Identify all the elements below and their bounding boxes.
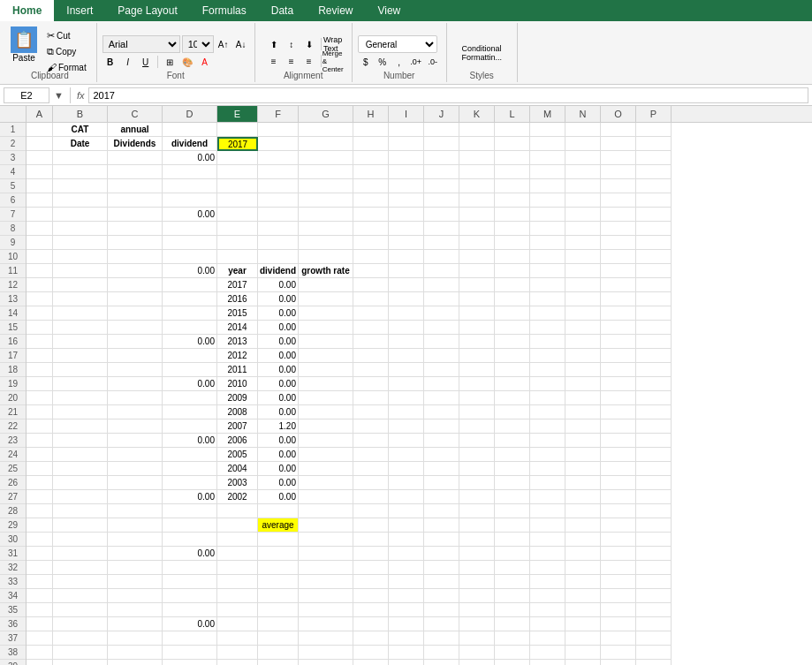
cell-O25[interactable] bbox=[601, 462, 636, 476]
cell-N35[interactable] bbox=[565, 603, 601, 617]
cell-E7[interactable] bbox=[217, 208, 258, 222]
cell-B17[interactable] bbox=[53, 349, 108, 363]
cell-J13[interactable] bbox=[424, 292, 459, 306]
cell-K4[interactable] bbox=[459, 165, 495, 179]
cell-J18[interactable] bbox=[424, 363, 459, 377]
row-num-12[interactable]: 12 bbox=[0, 278, 26, 292]
row-num-17[interactable]: 17 bbox=[0, 349, 26, 363]
cell-P23[interactable] bbox=[636, 434, 672, 448]
cell-P37[interactable] bbox=[636, 631, 672, 646]
cell-N23[interactable] bbox=[565, 434, 601, 448]
cell-D24[interactable] bbox=[163, 448, 217, 462]
cell-G17[interactable] bbox=[299, 349, 353, 363]
bold-button[interactable]: B bbox=[102, 54, 118, 70]
cell-N33[interactable] bbox=[565, 575, 601, 589]
cell-F10[interactable] bbox=[258, 250, 299, 264]
row-num-34[interactable]: 34 bbox=[0, 589, 26, 603]
cell-P20[interactable] bbox=[636, 391, 672, 405]
cell-J34[interactable] bbox=[424, 589, 459, 603]
cell-G39[interactable] bbox=[299, 660, 353, 665]
cell-M37[interactable] bbox=[530, 631, 565, 646]
cell-M34[interactable] bbox=[530, 589, 565, 603]
cell-L7[interactable] bbox=[495, 208, 530, 222]
cell-O1[interactable] bbox=[601, 123, 636, 137]
cell-E30[interactable] bbox=[217, 533, 258, 547]
row-num-24[interactable]: 24 bbox=[0, 448, 26, 462]
cell-name-box[interactable] bbox=[4, 87, 49, 103]
cell-J30[interactable] bbox=[424, 533, 459, 547]
cell-K21[interactable] bbox=[459, 405, 495, 419]
cell-B33[interactable] bbox=[53, 575, 108, 589]
cell-I11[interactable] bbox=[389, 264, 424, 278]
cell-I39[interactable] bbox=[389, 660, 424, 665]
cell-F8[interactable] bbox=[258, 222, 299, 236]
cell-A2[interactable] bbox=[27, 137, 53, 151]
cell-N18[interactable] bbox=[565, 363, 601, 377]
cell-J27[interactable] bbox=[424, 490, 459, 504]
cell-G22[interactable] bbox=[299, 419, 353, 434]
cell-I17[interactable] bbox=[389, 349, 424, 363]
cell-K36[interactable] bbox=[459, 617, 495, 631]
cell-L8[interactable] bbox=[495, 222, 530, 236]
cell-B22[interactable] bbox=[53, 419, 108, 434]
cell-F4[interactable] bbox=[258, 165, 299, 179]
cell-D8[interactable] bbox=[163, 222, 217, 236]
cell-L5[interactable] bbox=[495, 179, 530, 193]
cell-C6[interactable] bbox=[108, 193, 163, 208]
cell-M21[interactable] bbox=[530, 405, 565, 419]
cell-I32[interactable] bbox=[389, 561, 424, 575]
cell-D29[interactable] bbox=[163, 518, 217, 533]
cell-H10[interactable] bbox=[353, 250, 389, 264]
col-header-e[interactable]: E bbox=[217, 106, 258, 122]
cell-C8[interactable] bbox=[108, 222, 163, 236]
align-middle-button[interactable]: ↕ bbox=[284, 36, 300, 52]
cell-H17[interactable] bbox=[353, 349, 389, 363]
cell-E15[interactable]: 2014 bbox=[217, 321, 258, 335]
cell-H22[interactable] bbox=[353, 419, 389, 434]
cell-C35[interactable] bbox=[108, 603, 163, 617]
cell-M12[interactable] bbox=[530, 278, 565, 292]
align-bottom-button[interactable]: ⬇ bbox=[301, 36, 317, 52]
cell-E33[interactable] bbox=[217, 575, 258, 589]
cell-K16[interactable] bbox=[459, 335, 495, 349]
cell-H12[interactable] bbox=[353, 278, 389, 292]
cell-F20[interactable]: 0.00 bbox=[258, 391, 299, 405]
cell-L27[interactable] bbox=[495, 490, 530, 504]
cell-O13[interactable] bbox=[601, 292, 636, 306]
cell-J39[interactable] bbox=[424, 660, 459, 665]
cell-K37[interactable] bbox=[459, 631, 495, 646]
cell-N19[interactable] bbox=[565, 377, 601, 391]
cell-G7[interactable] bbox=[299, 208, 353, 222]
cell-B36[interactable] bbox=[53, 617, 108, 631]
tab-data[interactable]: Data bbox=[259, 0, 306, 21]
cell-D28[interactable] bbox=[163, 504, 217, 518]
cell-P1[interactable] bbox=[636, 123, 672, 137]
cell-A8[interactable] bbox=[27, 222, 53, 236]
cell-L18[interactable] bbox=[495, 363, 530, 377]
cell-N5[interactable] bbox=[565, 179, 601, 193]
cell-M15[interactable] bbox=[530, 321, 565, 335]
cell-F31[interactable] bbox=[258, 547, 299, 561]
cell-G36[interactable] bbox=[299, 617, 353, 631]
cell-F12[interactable]: 0.00 bbox=[258, 278, 299, 292]
cell-J14[interactable] bbox=[424, 306, 459, 321]
cell-M9[interactable] bbox=[530, 236, 565, 250]
cell-E39[interactable] bbox=[217, 660, 258, 665]
row-num-21[interactable]: 21 bbox=[0, 405, 26, 419]
row-num-13[interactable]: 13 bbox=[0, 292, 26, 306]
cell-A14[interactable] bbox=[27, 306, 53, 321]
cell-N22[interactable] bbox=[565, 419, 601, 434]
cell-E31[interactable] bbox=[217, 547, 258, 561]
cell-B16[interactable] bbox=[53, 335, 108, 349]
cell-F32[interactable] bbox=[258, 561, 299, 575]
cell-I3[interactable] bbox=[389, 151, 424, 165]
cell-G11[interactable]: growth rate bbox=[299, 264, 353, 278]
font-size-dropdown[interactable]: 10 bbox=[182, 35, 214, 53]
cell-G13[interactable] bbox=[299, 292, 353, 306]
col-header-g[interactable]: G bbox=[299, 106, 353, 122]
cell-E36[interactable] bbox=[217, 617, 258, 631]
cell-L17[interactable] bbox=[495, 349, 530, 363]
cell-K39[interactable] bbox=[459, 660, 495, 665]
cell-J15[interactable] bbox=[424, 321, 459, 335]
cell-O37[interactable] bbox=[601, 631, 636, 646]
